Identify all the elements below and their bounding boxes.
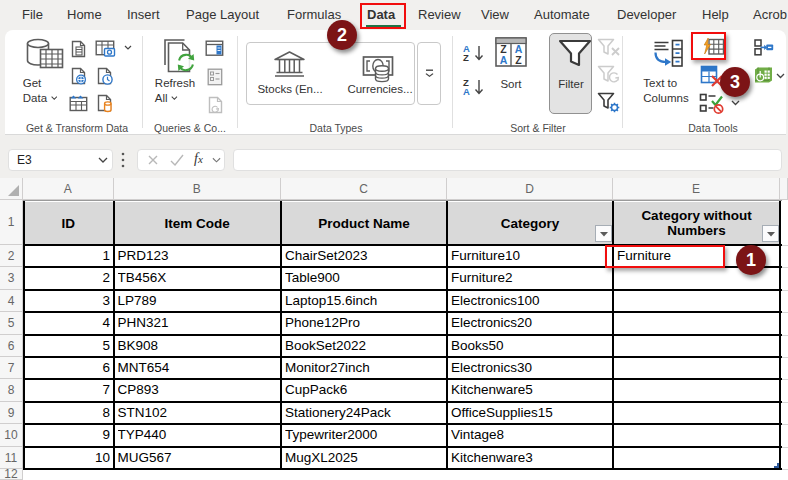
svg-text:A: A	[500, 54, 508, 66]
svg-text:Z: Z	[515, 54, 522, 66]
